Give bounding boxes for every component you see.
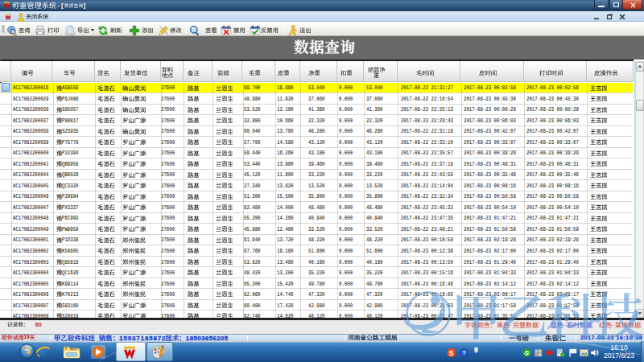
svg-text:15937185872: 15937185872 xyxy=(119,335,166,342)
svg-text:?: ? xyxy=(462,349,466,356)
svg-text:18503856205: 18503856205 xyxy=(186,335,228,342)
svg-text:S: S xyxy=(448,349,453,357)
svg-text:!: ! xyxy=(584,353,585,356)
svg-text:19: 19 xyxy=(24,335,30,339)
svg-text:e: e xyxy=(39,344,47,358)
